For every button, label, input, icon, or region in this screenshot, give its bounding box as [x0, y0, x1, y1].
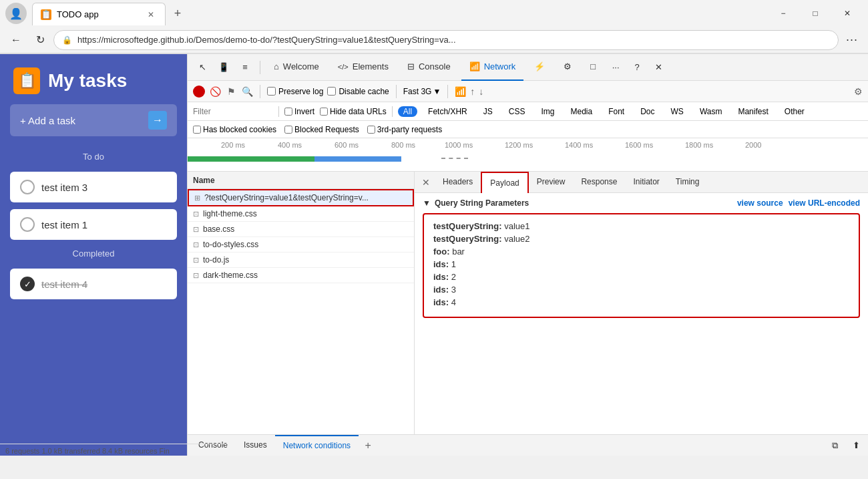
upload-icon[interactable]: ↑ — [470, 86, 475, 97]
request-row-todo-styles[interactable]: ⊡ to-do-styles.css — [188, 237, 414, 253]
view-source-link[interactable]: view source — [737, 198, 783, 208]
tab-console[interactable]: ⊟ Console — [399, 54, 459, 81]
address-bar[interactable]: 🔒 https://microsoftedge.github.io/Demos/… — [53, 30, 839, 50]
detail-tab-payload[interactable]: Payload — [481, 172, 528, 193]
devtools-breadcrumb-button[interactable]: ≡ — [236, 58, 254, 77]
detail-close-button[interactable]: ✕ — [417, 174, 435, 191]
devtools-settings-icon[interactable]: ⚙ — [854, 86, 863, 97]
detail-tab-headers[interactable]: Headers — [435, 172, 481, 193]
tab-elements[interactable]: </> Elements — [330, 54, 397, 81]
headers-tab-label: Headers — [443, 177, 473, 186]
detail-tab-initiator[interactable]: Initiator — [625, 172, 667, 193]
search-button[interactable]: 🔍 — [241, 86, 253, 98]
nav-bar: ← ↻ 🔒 https://microsoftedge.github.io/De… — [0, 27, 868, 53]
filter-doc-button[interactable]: Doc — [635, 106, 660, 117]
task-item[interactable]: test item 3 — [10, 172, 177, 202]
back-button[interactable]: ← — [5, 29, 27, 51]
close-button[interactable]: ✕ — [832, 3, 863, 24]
task-item[interactable]: test item 1 — [10, 209, 177, 240]
view-url-encoded-link[interactable]: view URL-encoded — [789, 198, 860, 208]
task-checkbox[interactable] — [20, 217, 35, 232]
bottom-tab-issues[interactable]: Issues — [236, 435, 275, 456]
filter-img-button[interactable]: Img — [535, 106, 560, 117]
devtools-help-button[interactable]: ? — [628, 58, 646, 77]
filter-manifest-button[interactable]: Manifest — [732, 106, 773, 117]
tab-sidebar[interactable]: □ — [582, 54, 604, 81]
has-blocked-cookies-checkbox[interactable] — [193, 126, 201, 134]
bottom-tab-network-conditions[interactable]: Network conditions — [275, 435, 359, 456]
detail-panel: ✕ Headers Payload Preview Response Initi… — [415, 172, 868, 434]
request-row-base[interactable]: ⊡ base.css — [188, 222, 414, 237]
devtools-inspect-button[interactable]: ↖ — [193, 58, 212, 77]
blocked-requests-checkbox[interactable] — [284, 126, 292, 134]
detail-tab-preview[interactable]: Preview — [529, 172, 574, 193]
filter-input[interactable] — [193, 107, 273, 116]
task-checkbox[interactable] — [20, 180, 35, 194]
devtools-device-button[interactable]: 📱 — [214, 58, 233, 77]
tab-network[interactable]: 📶 Network — [461, 54, 524, 81]
download-icon[interactable]: ↓ — [479, 86, 483, 97]
throttle-dropdown[interactable]: Fast 3G ▼ — [403, 87, 441, 96]
tab-settings[interactable]: ⚙ — [556, 54, 580, 81]
lock-icon: 🔒 — [62, 35, 72, 45]
add-tab-button[interactable]: + — [359, 436, 377, 455]
request-row-light-theme[interactable]: ⊡ light-theme.css — [188, 206, 414, 222]
record-button[interactable] — [193, 86, 205, 98]
filter-css-button[interactable]: CSS — [503, 106, 531, 117]
preview-tab-label: Preview — [537, 177, 566, 186]
query-params-box: testQueryString: value1 testQueryString:… — [423, 213, 860, 318]
disable-cache-checkbox[interactable] — [327, 87, 336, 96]
minimize-button[interactable]: − — [768, 3, 799, 24]
task-complete-check[interactable]: ✓ — [20, 277, 35, 291]
completed-task-item[interactable]: ✓ test item 4 — [10, 269, 177, 299]
filter-ws-button[interactable]: WS — [666, 106, 689, 117]
request-row-dark-theme[interactable]: ⊡ dark-theme.css — [188, 268, 414, 283]
devtools-close-button[interactable]: ✕ — [649, 58, 668, 77]
tab-welcome[interactable]: ⌂ Welcome — [266, 54, 327, 81]
tab-performance[interactable]: ⚡ — [526, 54, 553, 81]
wifi-offline-icon[interactable]: 📶 — [455, 86, 466, 97]
refresh-button[interactable]: ↻ — [29, 29, 51, 51]
tab-close-button[interactable]: ✕ — [145, 9, 157, 21]
title-bar: 👤 📋 TODO app ✕ + − □ ✕ — [0, 0, 868, 27]
param-value: 3 — [451, 285, 456, 295]
clear-button[interactable]: 🚫 — [209, 86, 221, 98]
preserve-log-checkbox[interactable] — [267, 87, 276, 96]
sidebar-icon: □ — [590, 61, 596, 71]
request-row-main[interactable]: ⊞ ?testQueryString=value1&testQueryStrin… — [188, 189, 414, 206]
new-tab-button[interactable]: + — [166, 1, 190, 25]
tl-label-1200: 1200 ms — [505, 141, 533, 149]
network-conditions-tab-label: Network conditions — [283, 441, 351, 450]
request-row-todo-js[interactable]: ⊡ to-do.js — [188, 253, 414, 268]
browser-menu-button[interactable]: ··· — [841, 29, 863, 51]
detail-tab-response[interactable]: Response — [573, 172, 625, 193]
filter-media-button[interactable]: Media — [565, 106, 598, 117]
dock-button[interactable]: ⬆ — [847, 436, 865, 455]
filter-other-button[interactable]: Other — [779, 106, 810, 117]
filter-fetch-xhr-button[interactable]: Fetch/XHR — [423, 106, 473, 117]
filter-sep2 — [392, 106, 393, 117]
tab-bar: 📋 TODO app ✕ + — [32, 1, 768, 25]
request-css-icon: ⊡ — [193, 241, 199, 249]
payload-tab-label: Payload — [490, 178, 519, 188]
filter-all-button[interactable]: All — [398, 106, 417, 117]
param-key: testQueryString: — [433, 221, 504, 231]
task-text: test item 3 — [41, 182, 87, 193]
param-value: bar — [452, 247, 465, 257]
profile-avatar[interactable]: 👤 — [5, 3, 27, 24]
filter-js-button[interactable]: JS — [478, 106, 498, 117]
invert-checkbox[interactable] — [284, 108, 292, 116]
filter-wasm-button[interactable]: Wasm — [694, 106, 728, 117]
param-key: ids: — [433, 297, 451, 307]
undock-button[interactable]: ⧉ — [825, 436, 844, 455]
maximize-button[interactable]: □ — [800, 3, 831, 24]
requests-panel: Name ⊞ ?testQueryString=value1&testQuery… — [188, 172, 415, 434]
filter-font-button[interactable]: Font — [603, 106, 630, 117]
hide-data-urls-checkbox[interactable] — [320, 108, 328, 116]
browser-tab[interactable]: 📋 TODO app ✕ — [32, 3, 166, 25]
devtools-more-button[interactable]: ··· — [606, 58, 625, 77]
add-task-button[interactable]: + Add a task → — [10, 104, 177, 136]
filter-toggle-button[interactable]: ⚑ — [225, 86, 237, 98]
third-party-checkbox[interactable] — [367, 126, 375, 134]
detail-tab-timing[interactable]: Timing — [668, 172, 708, 193]
